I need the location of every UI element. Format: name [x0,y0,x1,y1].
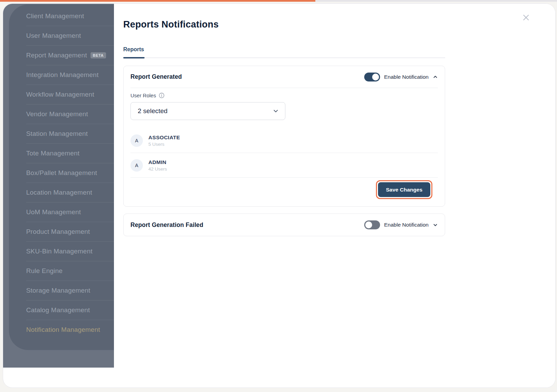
sidebar-item-box-pallet-management[interactable]: Box/Pallet Management [9,163,114,183]
close-icon[interactable] [522,13,530,22]
sidebar-item-label: Product Management [26,228,90,236]
sidebar-item-label: Tote Management [26,150,80,157]
section-title: Report Generated [130,73,182,80]
sidebar-item-integration-management[interactable]: Integration Management [9,65,114,85]
beta-badge: BETA [91,52,106,58]
sidebar-item-label: Report Management [26,52,87,59]
sidebar-item-client-management[interactable]: Client Management [9,6,114,26]
sidebar-item-label: Station Management [26,130,88,138]
toggle-knob [365,221,372,228]
sidebar-item-report-management[interactable]: Report Management BETA [9,45,114,65]
sidebar-item-label: Integration Management [26,71,98,79]
role-name: ASSOCIATE [148,134,180,141]
tab-bar: Reports [123,46,445,58]
section-title: Report Generation Failed [130,221,203,229]
sidebar-item-label: Workflow Management [26,91,94,98]
sidebar-item-location-management[interactable]: Location Management [9,183,114,202]
sidebar-item-label: UoM Management [26,208,81,216]
user-roles-row: User Roles [130,91,438,99]
sidebar-item-workflow-management[interactable]: Workflow Management [9,85,114,104]
sidebar-item-label: Client Management [26,12,84,20]
user-roles-dropdown[interactable]: 2 selected [130,102,285,120]
info-icon[interactable] [159,92,165,98]
save-click-highlight: Save Changes [376,180,432,199]
enable-notification-toggle[interactable] [364,73,380,81]
sidebar-item-label: Box/Pallet Management [26,169,97,177]
page-progress-fill [0,0,315,2]
sidebar-item-user-management[interactable]: User Management [9,26,114,45]
tab-reports[interactable]: Reports [123,46,145,57]
sidebar-item-notification-management[interactable]: Notification Management [9,320,114,339]
role-name: ADMIN [148,159,167,165]
sidebar-item-product-management[interactable]: Product Management [9,222,114,241]
sidebar-item-label: Catalog Management [26,306,90,314]
dropdown-selected-value: 2 selected [138,107,168,115]
sidebar-item-label: Rule Engine [26,267,63,275]
role-list-item: A ADMIN 42 Users [130,153,438,178]
role-user-count: 5 Users [148,142,180,147]
sidebar-item-label: User Management [26,32,81,40]
selected-roles-list: A ASSOCIATE 5 Users A ADMIN 42 Users [130,128,438,178]
sidebar-item-tote-management[interactable]: Tote Management [9,143,114,163]
avatar: A [130,134,143,147]
report-generated-body: User Roles 2 selected [124,88,445,199]
sidebar-item-sku-bin-management[interactable]: SKU-Bin Management [9,241,114,261]
sidebar-item-label: Vendor Management [26,110,88,118]
toggle-knob [372,74,379,80]
enable-notification-label: Enable Notification [384,222,429,228]
sidebar-item-vendor-management[interactable]: Vendor Management [9,104,114,124]
role-user-count: 42 Users [148,166,167,172]
page-title: Reports Notifications [123,19,219,30]
sidebar-item-storage-management[interactable]: Storage Management [9,281,114,300]
save-row: Save Changes [130,180,438,199]
sidebar-overlay-region: Client Management User Management Report… [3,4,114,368]
role-list-item: A ASSOCIATE 5 Users [130,128,438,153]
sidebar-item-label: SKU-Bin Management [26,248,93,255]
sidebar-item-label: Storage Management [26,287,90,294]
sidebar-item-label: Notification Management [26,326,100,334]
chevron-down-icon[interactable] [433,222,438,228]
sidebar-item-station-management[interactable]: Station Management [9,124,114,143]
app-card: Client Management User Management Report… [3,3,556,388]
report-generation-failed-card: Report Generation Failed Enable Notifica… [123,214,445,236]
toggle-cluster: Enable Notification [364,220,438,229]
page-progress-track [0,0,557,2]
report-generated-card: Report Generated Enable Notification Use… [123,66,445,207]
enable-notification-label: Enable Notification [384,74,429,80]
user-roles-label: User Roles [130,92,156,98]
sidebar-item-catalog-management[interactable]: Catalog Management [9,300,114,320]
enable-notification-toggle[interactable] [364,220,380,229]
reports-notifications-modal: Reports Notifications Reports Report Gen… [114,4,555,388]
sidebar-item-uom-management[interactable]: UoM Management [9,202,114,222]
sidebar-menu: Client Management User Management Report… [9,4,114,350]
sidebar-item-label: Location Management [26,189,92,196]
chevron-up-icon[interactable] [433,74,438,79]
sidebar-item-rule-engine[interactable]: Rule Engine [9,261,114,281]
chevron-down-icon [273,108,279,114]
report-generated-header: Report Generated Enable Notification [130,66,438,88]
save-changes-button[interactable]: Save Changes [378,182,430,197]
toggle-cluster: Enable Notification [364,73,438,81]
avatar: A [130,159,143,172]
